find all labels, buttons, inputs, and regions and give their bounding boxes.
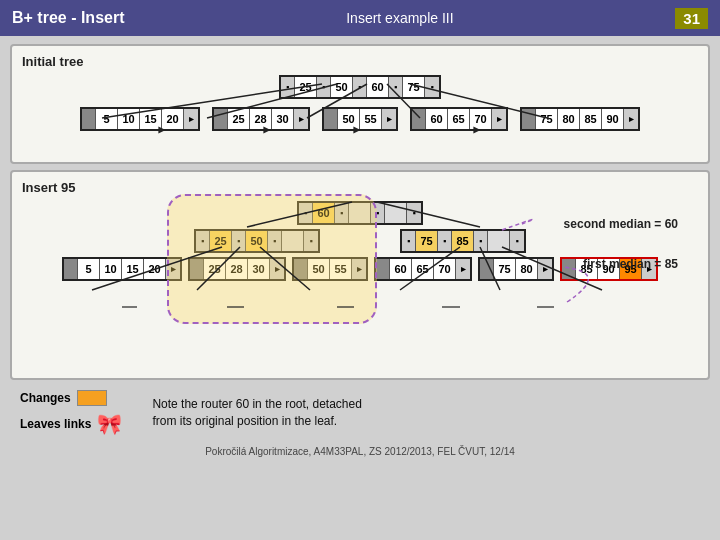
- footer-text: Pokročilá Algoritmizace, A4M33PAL, ZS 20…: [10, 446, 710, 459]
- second-median-label: second median = 60: [564, 217, 678, 231]
- initial-root-node: ▪ 25 ▪ 50 ▪ 60 ▪ 75 ▪: [279, 75, 441, 99]
- changes-color-box: [77, 390, 107, 406]
- insert-level2-right: ▪ 75 ▪ 85 ▪ ▪: [400, 229, 526, 253]
- changes-legend: Changes: [20, 390, 122, 406]
- insert-label: Insert 95: [22, 180, 698, 195]
- bottom-bar: Changes Leaves links 🎀 Note the router 6…: [10, 386, 710, 440]
- insert-root-node: ▪ 60 ▪ ▪ ▪: [297, 201, 423, 225]
- leaves-bow-icon: 🎀: [97, 412, 122, 436]
- initial-leaf-2: 50 55 ▸: [322, 107, 398, 131]
- insert-panel: Insert 95 second median = 60 first media…: [10, 170, 710, 380]
- leaves-label: Leaves links: [20, 417, 91, 431]
- initial-tree-label: Initial tree: [22, 54, 698, 69]
- changes-label: Changes: [20, 391, 71, 405]
- insert-leaf-2: 50 55 ▸: [292, 257, 368, 281]
- first-median-label: first median = 85: [583, 257, 678, 271]
- leaves-legend: Leaves links 🎀: [20, 412, 122, 436]
- initial-leaf-1: 25 28 30 ▸: [212, 107, 310, 131]
- initial-tree-panel: Initial tree ▪ 25: [10, 44, 710, 164]
- header-center: Insert example III: [346, 10, 453, 26]
- header-number: 31: [675, 8, 708, 29]
- insert-leaf-1: 25 28 30 ▸: [188, 257, 286, 281]
- insert-leaf-0: 5 10 15 20 ▸: [62, 257, 182, 281]
- header-title: B+ tree - Insert: [12, 9, 124, 27]
- header: B+ tree - Insert Insert example III 31: [0, 0, 720, 36]
- insert-leaf-3: 60 65 70 ▸: [374, 257, 472, 281]
- note-text: Note the router 60 in the root, detached…: [152, 396, 361, 430]
- insert-leaf-4: 75 80 ▸: [478, 257, 554, 281]
- initial-leaf-0: 5 10 15 20 ▸: [80, 107, 200, 131]
- initial-leaf-3: 60 65 70 ▸: [410, 107, 508, 131]
- insert-level2-left: ▪ 25 ▪ 50 ▪ ▪: [194, 229, 320, 253]
- main-content: Initial tree ▪ 25: [0, 36, 720, 467]
- initial-leaf-4: 75 80 85 90 ▸: [520, 107, 640, 131]
